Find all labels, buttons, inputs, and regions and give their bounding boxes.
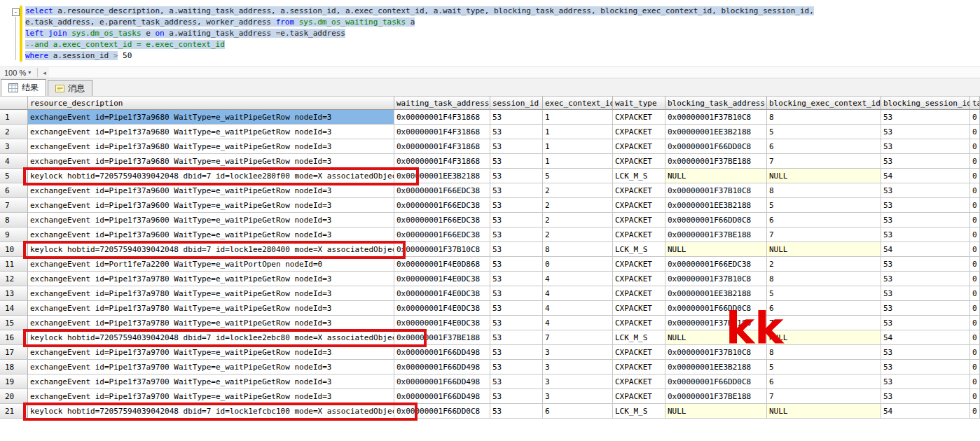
row-number[interactable]: 18 (0, 360, 28, 374)
grid-cell[interactable]: 0x00000001F66DD0C8 (665, 213, 767, 227)
grid-cell[interactable]: 0 (970, 169, 980, 183)
grid-cell[interactable]: 0x00000001F37BE188 (665, 227, 767, 242)
row-number[interactable]: 9 (0, 227, 28, 242)
grid-cell[interactable]: 0x00000001F4E0DC38 (394, 316, 490, 330)
grid-cell[interactable]: 53 (490, 154, 543, 169)
grid-cell[interactable]: 0 (970, 257, 980, 272)
grid-cell[interactable]: 53 (881, 125, 970, 139)
row-number[interactable]: 11 (0, 257, 28, 272)
grid-cell[interactable]: 0x00000001F37B10C8 (665, 345, 767, 360)
grid-cell[interactable]: 6 (767, 374, 881, 389)
grid-cell[interactable]: 2 (543, 183, 613, 198)
grid-cell[interactable]: CXPACKET (613, 374, 665, 389)
grid-cell[interactable]: 4 (543, 286, 613, 301)
grid-cell[interactable]: 0x00000001F4E0DC38 (394, 286, 490, 301)
grid-cell[interactable]: 0 (970, 345, 980, 360)
grid-cell[interactable]: keylock hobtid=72057594039042048 dbid=7 … (28, 169, 394, 183)
column-header[interactable]: blocking_task_address (665, 96, 767, 110)
grid-cell[interactable]: 0x00000001F4E0D868 (394, 257, 490, 272)
grid-cell[interactable]: exchangeEvent id=Pipe1f37a9780 WaitType=… (28, 301, 394, 316)
grid-cell[interactable]: NULL (665, 169, 767, 183)
grid-cell[interactable]: 53 (490, 213, 543, 227)
grid-cell[interactable]: 53 (881, 198, 970, 213)
grid-cell[interactable]: 53 (881, 301, 970, 316)
grid-cell[interactable]: 0 (970, 154, 980, 169)
grid-cell[interactable]: 5 (767, 360, 881, 374)
row-number[interactable]: 3 (0, 139, 28, 154)
grid-cell[interactable]: CXPACKET (613, 198, 665, 213)
grid-cell[interactable]: CXPACKET (613, 257, 665, 272)
grid-cell[interactable]: 7 (767, 389, 881, 404)
grid-cell[interactable]: CXPACKET (613, 125, 665, 139)
grid-cell[interactable]: 53 (490, 286, 543, 301)
grid-cell[interactable]: NULL (767, 404, 881, 419)
grid-cell[interactable]: 0x00000001F37BE188 (394, 330, 490, 345)
grid-cell[interactable]: 0 (970, 316, 980, 330)
grid-cell[interactable]: exchangeEvent id=Pipe1f37a9780 WaitType=… (28, 272, 394, 286)
grid-cell[interactable]: 53 (881, 374, 970, 389)
grid-cell[interactable]: 53 (490, 110, 543, 125)
grid-cell[interactable]: 53 (881, 227, 970, 242)
grid-cell[interactable]: CXPACKET (613, 154, 665, 169)
grid-cell[interactable]: 0x00000001F37BE188 (665, 316, 767, 330)
grid-cell[interactable]: 3 (543, 374, 613, 389)
row-number[interactable]: 19 (0, 374, 28, 389)
grid-cell[interactable]: 53 (881, 272, 970, 286)
grid-cell[interactable]: 0 (970, 272, 980, 286)
grid-cell[interactable]: 0x00000001F37B10C8 (665, 272, 767, 286)
grid-cell[interactable]: 4 (543, 301, 613, 316)
row-number[interactable]: 6 (0, 183, 28, 198)
grid-cell[interactable]: exchangeEvent id=Pipe1f37a9600 WaitType=… (28, 198, 394, 213)
grid-cell[interactable]: CXPACKET (613, 316, 665, 330)
row-number[interactable]: 14 (0, 301, 28, 316)
horizontal-scrollbar[interactable] (49, 67, 980, 78)
grid-cell[interactable]: exchangeEvent id=Pipe1f37a9680 WaitType=… (28, 154, 394, 169)
grid-cell[interactable]: 0 (970, 374, 980, 389)
grid-cell[interactable]: 0x00000001F37BE188 (665, 389, 767, 404)
grid-cell[interactable]: 0x00000001F4F31868 (394, 139, 490, 154)
grid-cell[interactable]: 0x00000001F4F31868 (394, 110, 490, 125)
grid-cell[interactable]: 0 (970, 404, 980, 419)
grid-cell[interactable]: 0x00000001EE3B2188 (665, 360, 767, 374)
grid-cell[interactable]: 53 (490, 301, 543, 316)
grid-cell[interactable]: 0 (970, 360, 980, 374)
row-number[interactable]: 8 (0, 213, 28, 227)
grid-cell[interactable]: 53 (490, 242, 543, 257)
grid-cell[interactable]: exchangeEvent id=Pipe1f37a9700 WaitType=… (28, 360, 394, 374)
grid-cell[interactable]: 1 (543, 110, 613, 125)
row-number[interactable]: 13 (0, 286, 28, 301)
grid-cell[interactable]: LCK_M_S (613, 330, 665, 345)
grid-cell[interactable]: 0x00000001F4F31868 (394, 154, 490, 169)
grid-cell[interactable]: LCK_M_S (613, 242, 665, 257)
grid-cell[interactable]: 4 (543, 316, 613, 330)
grid-cell[interactable]: NULL (665, 242, 767, 257)
grid-cell[interactable]: 0 (970, 139, 980, 154)
grid-cell[interactable]: exchangeEvent id=Port1fe7a2200 WaitType=… (28, 257, 394, 272)
row-number[interactable]: 10 (0, 242, 28, 257)
grid-cell[interactable]: 54 (881, 242, 970, 257)
row-number[interactable]: 12 (0, 272, 28, 286)
grid-cell[interactable]: 53 (881, 110, 970, 125)
grid-cell[interactable]: 2 (767, 257, 881, 272)
grid-cell[interactable]: keylock hobtid=72057594039042048 dbid=7 … (28, 242, 394, 257)
grid-cell[interactable]: CXPACKET (613, 272, 665, 286)
grid-cell[interactable]: 0x00000001F66DD0C8 (665, 139, 767, 154)
collapse-region-icon[interactable]: - (12, 8, 20, 16)
grid-cell[interactable]: 5 (767, 125, 881, 139)
grid-cell[interactable]: exchangeEvent id=Pipe1f37a9680 WaitType=… (28, 139, 394, 154)
grid-cell[interactable]: 53 (881, 183, 970, 198)
grid-cell[interactable]: 7 (767, 154, 881, 169)
grid-cell[interactable]: 54 (881, 169, 970, 183)
grid-cell[interactable]: 4 (543, 272, 613, 286)
grid-cell[interactable]: 54 (881, 404, 970, 419)
grid-cell[interactable]: 53 (490, 404, 543, 419)
grid-cell[interactable]: 0x00000001EE3B2188 (665, 125, 767, 139)
grid-cell[interactable]: 0 (970, 227, 980, 242)
grid-cell[interactable]: 0x00000001F66DD498 (394, 345, 490, 360)
grid-cell[interactable]: 0 (970, 301, 980, 316)
grid-cell[interactable]: 0x00000001F66DD498 (394, 389, 490, 404)
grid-cell[interactable]: NULL (665, 404, 767, 419)
grid-cell[interactable]: 8 (543, 242, 613, 257)
grid-cell[interactable]: 53 (490, 257, 543, 272)
grid-cell[interactable]: 53 (490, 360, 543, 374)
